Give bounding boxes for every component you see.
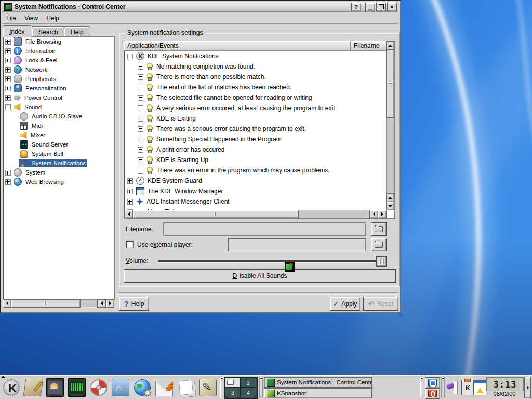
tab-search[interactable]: Search (32, 26, 65, 37)
sidebar-item-system-bell[interactable]: System Bell (3, 149, 114, 158)
titlebar[interactable]: System Notifications - Control Center ? … (2, 2, 398, 12)
tab-help[interactable]: Help (64, 26, 90, 37)
maximize-button[interactable] (376, 3, 386, 11)
event-row[interactable]: There is more than one possible match. (124, 72, 386, 82)
volume-slider-track[interactable] (158, 260, 385, 263)
scrollbar-thumb[interactable] (11, 299, 81, 308)
event-row[interactable]: A print error has occured (124, 144, 386, 155)
sidebar-item-power-control[interactable]: Power Control (3, 93, 114, 102)
event-row-kde-system-guard[interactable]: KDE System Guard (124, 176, 386, 186)
clock-applet[interactable]: 3:13 08/02/00 (486, 377, 523, 398)
event-row-kde-window-manager[interactable]: The KDE Window Manager (124, 186, 386, 196)
organizer-tray-icon[interactable] (474, 380, 486, 395)
scroll-left-button[interactable] (97, 299, 106, 308)
event-row[interactable]: There was an error in the program which … (124, 165, 386, 176)
kmail-button[interactable] (154, 377, 175, 398)
scroll-left-button[interactable] (369, 210, 378, 218)
apply-button[interactable]: ✓Apply (330, 297, 360, 311)
sidebar-hscrollbar[interactable] (3, 299, 114, 308)
expander-icon[interactable] (138, 116, 143, 122)
scrollbar-thumb[interactable] (132, 210, 299, 218)
event-row[interactable]: KDE is Starting Up (124, 155, 386, 165)
konqueror-button[interactable] (132, 377, 153, 398)
sidebar-item-sound-server[interactable]: Sound Server (3, 140, 114, 149)
task-ksnapshot[interactable]: KSnapshot (264, 388, 372, 398)
event-row[interactable]: Something Special Happened in the Progra… (124, 134, 386, 144)
pager-desktop-1[interactable] (225, 378, 241, 388)
sidebar-item-information[interactable]: Information (3, 46, 114, 56)
window-help-button[interactable]: ? (351, 3, 361, 11)
scrollbar-thumb[interactable] (386, 49, 394, 118)
scroll-right-button[interactable] (105, 299, 114, 308)
sidebar-item-peripherals[interactable]: Peripherals (3, 74, 114, 84)
scroll-left-button[interactable] (124, 210, 133, 218)
sidebar-item-mixer[interactable]: Mixer (3, 130, 114, 140)
event-row[interactable]: The end of the list of matches has been … (124, 82, 386, 92)
panel-hide-button[interactable] (524, 377, 531, 398)
events-hscrollbar[interactable] (124, 210, 386, 218)
logout-button[interactable] (425, 388, 440, 399)
scroll-left-button[interactable] (3, 299, 11, 308)
event-row[interactable]: The selected file cannot be opened for r… (124, 92, 386, 103)
expander-icon[interactable] (5, 179, 11, 185)
expander-icon[interactable] (138, 95, 143, 101)
pager-handle[interactable] (220, 377, 223, 398)
filename-input[interactable] (163, 222, 366, 236)
menu-help[interactable]: Help (42, 14, 63, 23)
sidebar-item-system[interactable]: System (3, 168, 114, 177)
expander-icon[interactable] (138, 137, 143, 142)
kmenu-button[interactable] (1, 377, 22, 398)
expander-icon[interactable] (5, 48, 11, 54)
systray-handle[interactable] (441, 377, 445, 398)
help-button[interactable]: ?Help (119, 297, 149, 311)
expander-icon[interactable] (138, 126, 143, 132)
volume-slider-handle[interactable] (376, 256, 387, 267)
konsole-button[interactable] (45, 377, 65, 398)
disable-all-sounds-button[interactable]: Disable All Sounds (124, 269, 396, 283)
expander-icon[interactable] (138, 64, 143, 70)
sidebar-item-look-feel[interactable]: Look & Feel (3, 56, 114, 65)
expander-icon[interactable] (127, 178, 133, 184)
close-button[interactable]: × (387, 3, 397, 11)
filename-browse-button[interactable] (371, 222, 387, 236)
pager-desktop-3[interactable]: 3 (225, 388, 241, 397)
show-desktop-button[interactable] (23, 377, 44, 398)
column-header-application-events[interactable]: Application/Events (124, 41, 351, 51)
expander-icon[interactable] (127, 199, 133, 205)
klipper-tray-icon[interactable] (461, 380, 474, 395)
expander-icon[interactable] (5, 58, 11, 63)
task-control-center[interactable]: System Notifications - Control Cente (264, 377, 372, 388)
scroll-up-button[interactable] (386, 41, 394, 50)
events-vscrollbar[interactable] (386, 41, 394, 210)
expander-icon[interactable] (5, 39, 11, 45)
scroll-up-button[interactable] (386, 193, 394, 202)
reset-button[interactable]: ↶Reset (363, 297, 398, 311)
sidebar-item-network[interactable]: Network (3, 65, 114, 74)
event-row-aol-messenger[interactable]: AOL Instant Messenger Client (124, 196, 386, 207)
pager-desktop-4[interactable]: 4 (241, 388, 256, 397)
scroll-right-button[interactable] (378, 210, 387, 218)
home-folder-button[interactable] (110, 377, 131, 398)
expander-icon[interactable] (138, 157, 143, 163)
expander-icon[interactable] (138, 147, 143, 153)
sidebar-item-sound[interactable]: Sound (3, 102, 114, 112)
collapse-icon[interactable] (127, 54, 133, 59)
expander-icon[interactable] (5, 76, 11, 82)
expander-icon[interactable] (127, 189, 133, 194)
expander-icon[interactable] (5, 67, 11, 73)
sidebar-item-audio-cd[interactable]: Audio CD IO-Slave (3, 112, 114, 121)
event-row[interactable]: There was a serious error causing the pr… (124, 124, 386, 134)
expander-icon[interactable] (138, 74, 143, 80)
sidebar-item-midi[interactable]: Midi (3, 121, 114, 130)
sidebar-item-system-notifications[interactable]: System Notifications (3, 158, 114, 168)
external-player-browse-button[interactable] (371, 238, 387, 251)
scroll-down-button[interactable] (386, 202, 394, 210)
pager-desktop-2[interactable]: 2 (241, 378, 256, 388)
sidebar-item-file-browsing[interactable]: File Browsing (3, 37, 114, 46)
plug-tray-icon[interactable] (447, 380, 458, 394)
editor-button[interactable] (197, 377, 218, 398)
system-monitor-button[interactable] (66, 377, 87, 398)
external-player-input[interactable] (228, 238, 366, 251)
tab-index[interactable]: Index (3, 25, 31, 37)
menu-file[interactable]: File (2, 14, 20, 23)
